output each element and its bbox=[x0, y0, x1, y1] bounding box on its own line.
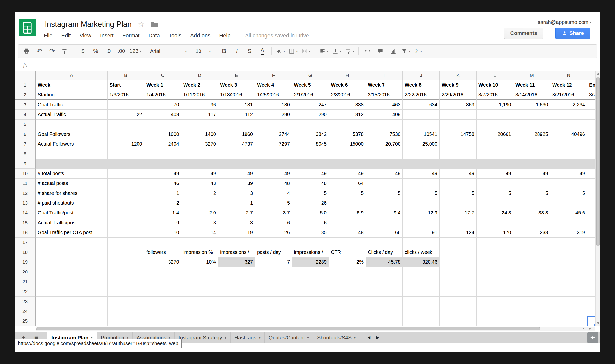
row-header[interactable]: 5 bbox=[15, 120, 36, 129]
cell[interactable]: 1400 bbox=[181, 129, 218, 139]
scroll-up-icon[interactable] bbox=[597, 73, 599, 75]
cell[interactable]: Actual Traffic/post bbox=[36, 218, 108, 228]
row-header[interactable]: 3 bbox=[15, 100, 36, 110]
cell[interactable]: 49 bbox=[329, 169, 366, 179]
cell[interactable] bbox=[513, 238, 550, 247]
cell[interactable] bbox=[440, 257, 477, 267]
cell[interactable]: Week bbox=[36, 80, 108, 90]
cell[interactable]: 35 bbox=[292, 228, 329, 238]
cell[interactable]: 49 bbox=[366, 169, 403, 179]
cell[interactable] bbox=[255, 149, 292, 159]
cell[interactable]: 7 bbox=[255, 257, 292, 267]
cell[interactable]: 49 bbox=[403, 169, 440, 179]
cell[interactable]: 3/7/2016 bbox=[477, 90, 513, 100]
cell[interactable] bbox=[108, 306, 144, 316]
scroll-right-icon[interactable] bbox=[589, 327, 591, 330]
cell[interactable] bbox=[550, 287, 587, 297]
cell[interactable]: 1/3/2016 bbox=[108, 90, 144, 100]
cell[interactable] bbox=[255, 287, 292, 297]
row-header[interactable]: 9 bbox=[15, 159, 36, 169]
cell[interactable] bbox=[292, 316, 329, 326]
cell[interactable]: # actual posts bbox=[36, 179, 108, 188]
cell[interactable]: 131 bbox=[218, 100, 255, 110]
chevron-down-icon[interactable]: ▾ bbox=[354, 336, 356, 339]
cell[interactable]: 2 bbox=[144, 198, 181, 208]
cell[interactable] bbox=[108, 149, 144, 159]
strikethrough-button[interactable]: S bbox=[244, 46, 255, 56]
cell[interactable]: 3/14/2016 bbox=[513, 90, 550, 100]
cell[interactable]: Starting bbox=[36, 90, 108, 100]
cell[interactable]: 2494 bbox=[144, 139, 181, 149]
cell[interactable]: 170 bbox=[477, 228, 513, 238]
cell[interactable]: 19 bbox=[218, 228, 255, 238]
cell[interactable] bbox=[366, 306, 403, 316]
cell[interactable] bbox=[440, 149, 477, 159]
cell[interactable] bbox=[550, 149, 587, 159]
row-header[interactable]: 13 bbox=[15, 198, 36, 208]
cell[interactable]: 49 bbox=[550, 169, 587, 179]
cell[interactable] bbox=[181, 277, 218, 287]
cell[interactable] bbox=[587, 110, 595, 120]
cell[interactable] bbox=[36, 247, 108, 257]
text-wrap-button[interactable]: ▾ bbox=[344, 46, 355, 56]
cell[interactable]: Week 1 bbox=[144, 80, 181, 90]
paint-format-button[interactable] bbox=[59, 46, 71, 56]
cell[interactable] bbox=[550, 306, 587, 316]
cell[interactable]: 124 bbox=[440, 228, 477, 238]
cell[interactable] bbox=[440, 316, 477, 326]
column-header[interactable]: A bbox=[36, 71, 108, 80]
cell[interactable] bbox=[477, 159, 513, 169]
cell[interactable] bbox=[550, 218, 587, 228]
cell[interactable] bbox=[477, 257, 513, 267]
cell[interactable] bbox=[292, 297, 329, 306]
cell[interactable]: Week 10 bbox=[477, 80, 513, 90]
row-header[interactable]: 15 bbox=[15, 218, 36, 228]
cell[interactable] bbox=[255, 120, 292, 129]
cell[interactable]: 24.3 bbox=[477, 208, 513, 218]
cell[interactable]: 4737 bbox=[218, 139, 255, 149]
cell[interactable] bbox=[403, 297, 440, 306]
cell[interactable] bbox=[403, 238, 440, 247]
cell[interactable]: impressions / bbox=[218, 247, 255, 257]
comments-button[interactable]: Comments bbox=[504, 28, 543, 39]
cell[interactable]: 64 bbox=[329, 179, 366, 188]
menu-tools[interactable]: Tools bbox=[169, 32, 181, 39]
cell[interactable] bbox=[550, 247, 587, 257]
cell[interactable] bbox=[477, 149, 513, 159]
cell[interactable] bbox=[329, 238, 366, 247]
cell[interactable]: - bbox=[181, 198, 218, 208]
cell[interactable] bbox=[108, 188, 144, 198]
cell[interactable] bbox=[36, 306, 108, 316]
number-format-button[interactable]: 123 ▾ bbox=[128, 46, 142, 56]
star-icon[interactable]: ☆ bbox=[138, 21, 145, 28]
cell[interactable] bbox=[366, 159, 403, 169]
row-header[interactable]: 17 bbox=[15, 238, 36, 247]
cell[interactable]: Week 7 bbox=[366, 80, 403, 90]
cell[interactable] bbox=[550, 120, 587, 129]
cell[interactable]: 3842 bbox=[292, 129, 329, 139]
cell[interactable] bbox=[292, 120, 329, 129]
cell[interactable]: 247 bbox=[292, 100, 329, 110]
cell[interactable] bbox=[329, 297, 366, 306]
cell[interactable]: Week 6 bbox=[329, 80, 366, 90]
cell[interactable] bbox=[108, 277, 144, 287]
row-header[interactable]: 18 bbox=[15, 247, 36, 257]
cell[interactable] bbox=[108, 297, 144, 306]
cell[interactable]: 20,700 bbox=[366, 139, 403, 149]
cell[interactable]: 33.3 bbox=[513, 208, 550, 218]
cell[interactable] bbox=[587, 100, 595, 110]
cell[interactable]: 43 bbox=[181, 179, 218, 188]
cell[interactable]: 39 bbox=[218, 179, 255, 188]
cell[interactable] bbox=[587, 208, 595, 218]
cell[interactable] bbox=[366, 297, 403, 306]
cell[interactable]: 1,190 bbox=[477, 100, 513, 110]
cell[interactable] bbox=[108, 198, 144, 208]
move-to-folder-icon[interactable] bbox=[151, 21, 158, 28]
cell[interactable] bbox=[403, 120, 440, 129]
cell[interactable] bbox=[550, 179, 587, 188]
row-header[interactable]: 20 bbox=[15, 267, 36, 277]
row-header[interactable]: 10 bbox=[15, 169, 36, 179]
cell[interactable]: 2,234 bbox=[550, 100, 587, 110]
row-header[interactable]: 24 bbox=[15, 306, 36, 316]
cell[interactable] bbox=[403, 110, 440, 120]
